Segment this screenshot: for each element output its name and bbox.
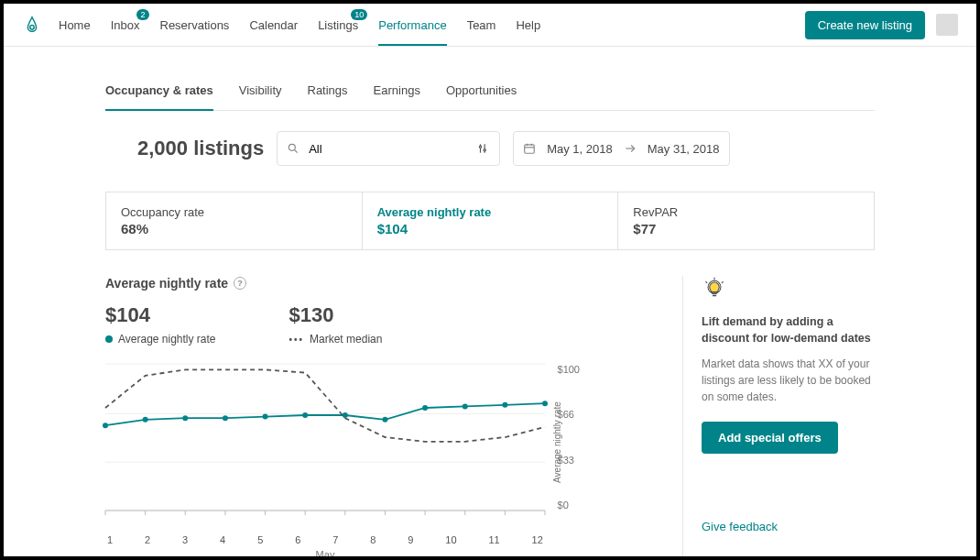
nav-badge: 2 bbox=[136, 9, 148, 20]
svg-point-23 bbox=[343, 412, 348, 418]
card-value: $104 bbox=[377, 221, 604, 236]
add-special-offers-button[interactable]: Add special offers bbox=[702, 422, 838, 454]
svg-rect-7 bbox=[525, 145, 535, 153]
svg-point-0 bbox=[30, 26, 34, 29]
arrow-right-icon bbox=[624, 142, 637, 155]
metric-card-revpar[interactable]: RevPAR$77 bbox=[618, 192, 875, 250]
nav-item-team[interactable]: Team bbox=[467, 4, 496, 46]
page-title: 2,000 listings bbox=[105, 137, 264, 160]
subtab-occupancy-rates[interactable]: Occupancy & rates bbox=[105, 83, 213, 110]
svg-point-1 bbox=[289, 144, 296, 150]
card-value: $77 bbox=[633, 221, 859, 236]
x-tick: 7 bbox=[332, 534, 338, 545]
svg-point-26 bbox=[463, 403, 468, 409]
figure-avg-rate-value: $104 bbox=[105, 303, 216, 327]
create-listing-button[interactable]: Create new listing bbox=[805, 11, 925, 39]
svg-point-21 bbox=[263, 414, 268, 420]
rate-chart: $100$66$33$0 Average nightly rate bbox=[105, 364, 545, 529]
y-axis-label: Average nightly rate bbox=[552, 401, 562, 483]
x-tick: 8 bbox=[370, 534, 376, 545]
svg-point-25 bbox=[422, 405, 428, 411]
x-tick: 10 bbox=[445, 534, 456, 545]
figure-median-label: Market median bbox=[310, 333, 382, 346]
card-label: RevPAR bbox=[633, 205, 859, 219]
top-nav: HomeInbox2ReservationsCalendarListings10… bbox=[4, 4, 976, 47]
figure-median-value: $130 bbox=[289, 303, 383, 327]
nav-item-reservations[interactable]: Reservations bbox=[160, 4, 230, 46]
nav-item-calendar[interactable]: Calendar bbox=[249, 4, 298, 46]
tip-heading: Lift demand by adding a discount for low… bbox=[702, 314, 875, 346]
listing-filter-input[interactable] bbox=[309, 142, 468, 156]
svg-point-28 bbox=[542, 401, 548, 406]
nav-item-listings[interactable]: Listings10 bbox=[318, 4, 358, 46]
x-tick: 5 bbox=[257, 534, 263, 545]
x-tick: 12 bbox=[532, 534, 543, 545]
date-start: May 1, 2018 bbox=[547, 142, 613, 156]
series-dashed-icon: ••• bbox=[289, 335, 305, 345]
x-tick: 1 bbox=[107, 534, 113, 545]
subtab-ratings[interactable]: Ratings bbox=[308, 83, 348, 110]
metric-card-occupancy-rate[interactable]: Occupancy rate68% bbox=[105, 192, 363, 250]
series-dot-icon bbox=[105, 335, 113, 343]
svg-line-2 bbox=[295, 150, 298, 153]
svg-line-45 bbox=[705, 281, 707, 283]
x-tick: 3 bbox=[182, 534, 188, 545]
x-tick: 4 bbox=[220, 534, 225, 545]
avatar[interactable] bbox=[936, 14, 958, 36]
svg-point-22 bbox=[302, 412, 308, 418]
svg-point-19 bbox=[182, 415, 188, 421]
y-tick: $0 bbox=[558, 500, 580, 511]
nav-badge: 10 bbox=[351, 9, 367, 20]
x-tick: 11 bbox=[488, 534, 499, 545]
figure-avg-rate-label: Average nightly rate bbox=[118, 333, 216, 346]
section-title: Average nightly rate bbox=[105, 276, 228, 291]
tip-body: Market data shows that XX of your listin… bbox=[702, 356, 875, 405]
svg-point-20 bbox=[223, 415, 228, 421]
give-feedback-link[interactable]: Give feedback bbox=[702, 520, 875, 533]
svg-point-17 bbox=[103, 423, 108, 428]
metric-card-average-nightly-rate[interactable]: Average nightly rate$104 bbox=[363, 192, 619, 250]
x-axis-label: May bbox=[105, 549, 545, 560]
svg-line-46 bbox=[722, 281, 724, 283]
card-label: Occupancy rate bbox=[121, 205, 347, 219]
nav-item-help[interactable]: Help bbox=[516, 4, 540, 46]
help-icon[interactable]: ? bbox=[234, 277, 246, 290]
date-range-picker[interactable]: May 1, 2018 May 31, 2018 bbox=[513, 131, 729, 166]
calendar-icon bbox=[523, 142, 536, 155]
nav-item-home[interactable]: Home bbox=[59, 4, 91, 46]
search-icon bbox=[287, 142, 299, 155]
nav-item-performance[interactable]: Performance bbox=[378, 4, 446, 46]
subtab-visibility[interactable]: Visibility bbox=[239, 83, 282, 110]
listing-filter[interactable] bbox=[277, 131, 500, 166]
x-tick: 2 bbox=[145, 534, 150, 545]
subtabs: Occupancy & ratesVisibilityRatingsEarnin… bbox=[105, 83, 875, 111]
x-tick: 9 bbox=[408, 534, 413, 545]
card-label: Average nightly rate bbox=[377, 205, 604, 219]
x-tick: 6 bbox=[295, 534, 300, 545]
date-end: May 31, 2018 bbox=[648, 142, 720, 156]
nav-item-inbox[interactable]: Inbox2 bbox=[111, 4, 140, 46]
y-tick: $100 bbox=[558, 364, 580, 375]
svg-point-4 bbox=[480, 146, 482, 148]
svg-point-18 bbox=[143, 417, 148, 423]
metric-cards: Occupancy rate68%Average nightly rate$10… bbox=[105, 192, 875, 250]
card-value: 68% bbox=[121, 221, 347, 236]
subtab-opportunities[interactable]: Opportunities bbox=[446, 83, 517, 110]
sliders-icon[interactable] bbox=[477, 142, 490, 155]
airbnb-logo-icon bbox=[22, 15, 42, 35]
svg-rect-42 bbox=[712, 292, 716, 294]
svg-rect-43 bbox=[713, 295, 716, 296]
lightbulb-icon bbox=[702, 276, 727, 302]
svg-point-6 bbox=[484, 149, 485, 151]
svg-point-27 bbox=[502, 402, 507, 408]
subtab-earnings[interactable]: Earnings bbox=[374, 83, 420, 110]
svg-point-24 bbox=[382, 417, 387, 423]
